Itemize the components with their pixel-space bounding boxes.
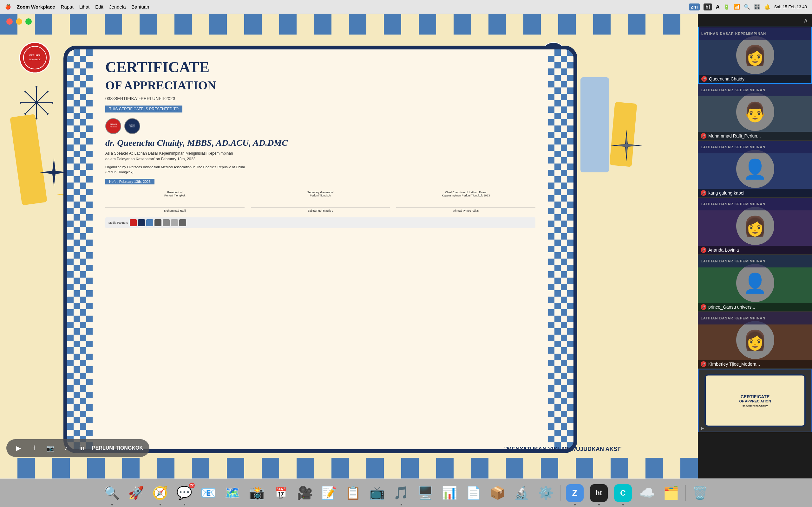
mic-muted-icon-0: 🎤: [701, 76, 707, 82]
cert-sig-line-3: [396, 199, 536, 208]
dock-finder[interactable]: 🔍: [101, 482, 123, 504]
participant-avatar-1: 👨: [736, 93, 774, 131]
participant-name-bar-5: 🎤 Kimberley Tjioe_Modera...: [698, 360, 812, 368]
panel-chevron-icon[interactable]: ∧: [803, 16, 808, 24]
svg-point-17: [24, 91, 26, 93]
participant-name-4: prince_Gansu univers...: [708, 304, 755, 309]
dock-appletv[interactable]: 📺: [366, 482, 388, 504]
dock-keynote[interactable]: 🖥️: [414, 482, 437, 504]
maximize-button[interactable]: [26, 18, 32, 25]
cert-left-strip: [67, 49, 93, 449]
cert-content: CERTIFICATE OF APPRECIATION 038-SERTIFIK…: [93, 49, 548, 449]
menu-bantuan[interactable]: Bantuan: [132, 4, 149, 9]
dock-launchpad[interactable]: 🚀: [125, 482, 147, 504]
cert-media-partners: Media Partners: [105, 217, 536, 228]
dock-pages[interactable]: 📄: [462, 482, 485, 504]
cert-sig-line-1: [105, 199, 245, 208]
tiktok-icon[interactable]: ♪: [60, 442, 72, 454]
svg-text:TIONGKOK: TIONGKOK: [110, 126, 117, 128]
cert-signatures: President of Perluni Tiongkok Muhammad R…: [105, 191, 536, 212]
tile-banner-2: LATIHAN DASAR KEPEMIMPINAN: [698, 141, 812, 153]
certificate-frame: CERTIFICATE OF APPRECIATION 038-SERTIFIK…: [63, 46, 577, 453]
tile-banner-0: LATIHAN DASAR KEPEMIMPINAN: [699, 27, 811, 40]
notification-icon[interactable]: 🔔: [764, 4, 770, 10]
cert-organizer: Organized by Overseas Indonesian Medical…: [105, 164, 536, 175]
dock-ht[interactable]: ht: [588, 482, 610, 504]
menubar-right: zm ht A 🔋 📶 🔍 🎛️ 🔔 Sab 15 Feb 13.43: [689, 3, 807, 10]
dock-trash[interactable]: 🗑️: [689, 482, 711, 504]
menu-jendela[interactable]: Jendela: [109, 4, 126, 9]
dock-numbers[interactable]: 📊: [438, 482, 461, 504]
dock-zoom[interactable]: Z: [564, 482, 586, 504]
mic-muted-icon-5: 🎤: [701, 361, 706, 367]
tile-banner-text-3: LATIHAN DASAR KEPEMIMPINAN: [701, 202, 765, 206]
dock-maps[interactable]: 🗺️: [221, 482, 244, 504]
dock-systemprefs[interactable]: ⚙️: [535, 482, 557, 504]
cert-logo-1: PERLUNI TIONGKOK: [105, 118, 121, 134]
apple-menu[interactable]: 🍎: [5, 4, 11, 10]
cert-thumb-arrow: ▶: [701, 426, 704, 430]
youtube-icon[interactable]: ▶: [13, 442, 24, 454]
participant-name-bar-0: 🎤 Queencha Chaidy: [699, 75, 811, 83]
dock-scripteditor[interactable]: 📋: [342, 482, 364, 504]
search-icon[interactable]: 🔍: [744, 4, 750, 10]
tile-banner-4: LATIHAN DASAR KEPEMIMPINAN: [698, 255, 812, 268]
dock-cloud[interactable]: ☁️: [636, 482, 658, 504]
dock-filemanager[interactable]: 🗂️: [660, 482, 682, 504]
menu-rapat[interactable]: Rapat: [61, 4, 73, 9]
cert-presented-banner: THIS CERTIFICATE IS PRESENTED TO: [105, 106, 183, 112]
svg-text:PERLUNI: PERLUNI: [29, 54, 40, 57]
checker-bottom: [0, 458, 698, 478]
menu-edit[interactable]: Edit: [95, 4, 103, 9]
a-icon: A: [716, 4, 720, 10]
participant-name-0: Queencha Chaidy: [709, 76, 745, 81]
minimize-button[interactable]: [16, 18, 22, 25]
org-logo-left: PERLUNI TIONGKOK: [19, 42, 51, 73]
social-bar: ▶ f 📷 ♪ in PERLUNI TIONGKOK: [6, 439, 149, 457]
cert-recipient: dr. Queencha Chaidy, MBBS, AD.ACU, AD.DM…: [105, 138, 536, 148]
dock-canva[interactable]: C: [612, 482, 634, 504]
svg-point-19: [47, 91, 49, 93]
participant-name-3: Ananda Lovinia: [708, 247, 739, 252]
participant-avatar-3: 👩: [736, 207, 774, 245]
tile-banner-text-1: LATIHAN DASAR KEPEMIMPINAN: [701, 88, 765, 92]
cert-thumbnail: CERTIFICATE OF APPRECIATION dr. Queencha…: [705, 374, 806, 427]
participant-tile-1: LATIHAN DASAR KEPEMIMPINAN 👨 🎤 Muhammad …: [698, 83, 812, 141]
cert-subtitle: OF APPRECIATION: [105, 78, 536, 92]
linkedin-icon[interactable]: in: [76, 442, 88, 454]
dock-powerpoint[interactable]: 📦: [487, 482, 509, 504]
dock-mail[interactable]: 📧: [197, 482, 219, 504]
app-name[interactable]: Zoom Workplace: [17, 4, 55, 9]
participant-avatar-0: 👩: [736, 36, 774, 74]
dock-appstore[interactable]: 🔬: [511, 482, 533, 504]
main-area: // Will generate via JS below PERLUNI TI…: [0, 14, 812, 478]
instagram-icon[interactable]: 📷: [44, 442, 56, 454]
cert-number: 038-SERTIFIKAT-PERLUNI-II-2023: [105, 96, 536, 101]
dock-notes[interactable]: 📝: [318, 482, 340, 504]
tile-banner-text-5: LATIHAN DASAR KEPEMIMPINAN: [701, 316, 765, 320]
media-icon-2: [138, 219, 145, 226]
participant-name-5: Kimberley Tjioe_Modera...: [708, 361, 760, 367]
controlcenter-icon[interactable]: 🎛️: [754, 4, 760, 10]
messages-badge: 22: [189, 483, 195, 488]
svg-point-13: [36, 86, 38, 88]
dock-messages[interactable]: 💬 22: [173, 482, 195, 504]
tile-banner-text-2: LATIHAN DASAR KEPEMIMPINAN: [701, 145, 765, 149]
deco-blue-rect-right: [580, 77, 609, 172]
mic-muted-icon-1: 🎤: [701, 133, 706, 139]
menu-lihat[interactable]: Lihat: [79, 4, 90, 9]
dock-music[interactable]: 🎵: [390, 482, 412, 504]
dock-facetime[interactable]: 🎥: [294, 482, 316, 504]
dock-safari[interactable]: 🧭: [149, 482, 171, 504]
dock-calendar[interactable]: 📅 15: [270, 482, 292, 504]
facebook-icon[interactable]: f: [29, 442, 40, 454]
bottom-right-motto: "MENYATUKAN VISI, MEWUJUDKAN AKSI": [504, 445, 622, 453]
wifi-icon: 📶: [734, 4, 740, 10]
window-controls: [6, 14, 32, 29]
svg-point-12: [35, 101, 38, 104]
close-button[interactable]: [6, 18, 13, 25]
participant-name-bar-3: 🎤 Ananda Lovinia: [698, 246, 812, 254]
dock-photos[interactable]: 📸: [246, 482, 268, 504]
right-panel: ∧ LATIHAN DASAR KEPEMIMPINAN 👩 🎤 Queench…: [698, 14, 812, 478]
tile-banner-1: LATIHAN DASAR KEPEMIMPINAN: [698, 83, 812, 96]
